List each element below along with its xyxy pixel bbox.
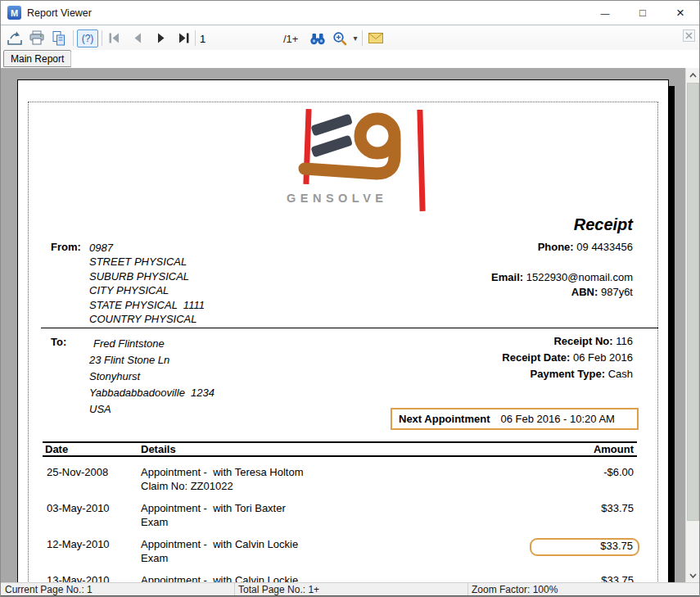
header-date: Date: [43, 443, 141, 455]
report-viewer-window: M Report Viewer — □ ×: [0, 0, 700, 597]
receipt-title: Receipt: [574, 215, 633, 234]
chevron-up-icon: [689, 73, 697, 78]
email-value: 1522930@nomail.com: [526, 271, 633, 283]
receipt-no-label: Receipt No:: [553, 335, 612, 347]
minimize-icon: —: [601, 8, 610, 18]
vertical-scrollbar[interactable]: [685, 68, 699, 582]
logo-wordmark: GENSOLVE: [287, 192, 388, 205]
close-current-view-button[interactable]: [683, 29, 695, 42]
to-line: USA: [89, 401, 215, 418]
current-page-input[interactable]: [200, 30, 278, 47]
window-title: Report Viewer: [27, 7, 92, 19]
maximize-icon: □: [639, 7, 646, 19]
toolbar-separator: [362, 30, 363, 46]
email-line: Email: 1522930@nomail.com: [491, 271, 633, 283]
status-separator: [467, 583, 468, 596]
to-line: Fred Flintstone: [89, 336, 215, 352]
receipt-no-line: Receipt No: 116: [502, 333, 633, 350]
tab-strip-separator: [70, 52, 71, 66]
maximize-button[interactable]: □: [624, 1, 662, 25]
from-line: 0987: [89, 241, 205, 255]
highlighted-amount-field[interactable]: $33.75: [530, 538, 639, 556]
section-divider: [41, 328, 658, 328]
payment-type-value: Cash: [608, 368, 633, 380]
status-separator: [234, 583, 235, 596]
next-page-button[interactable]: [153, 29, 169, 47]
to-label: To:: [51, 336, 66, 348]
export-button[interactable]: [6, 29, 24, 47]
row-amount: $33.75: [514, 502, 637, 529]
row-detail-main: Appointment - with Calvin Lockie: [141, 574, 514, 582]
go-to-last-page-icon: [178, 33, 190, 43]
scrollbar-thumb[interactable]: [687, 83, 699, 521]
zoom-button[interactable]: [332, 29, 348, 47]
payment-type-line: Payment Type: Cash: [502, 366, 633, 382]
receipt-date-value: 06 Feb 2016: [573, 351, 633, 364]
toolbar-separator: [102, 30, 102, 46]
row-amount: $33.75: [514, 574, 637, 582]
row-detail-main: Appointment - with Calvin Lockie: [141, 538, 514, 552]
scroll-up-button[interactable]: [686, 68, 699, 82]
from-line: SUBURB PHYSICAL: [89, 269, 205, 283]
email-icon: [368, 33, 383, 43]
last-page-button[interactable]: [175, 29, 192, 47]
status-total-page: Total Page No.: 1+: [238, 584, 319, 595]
go-to-first-page-icon: [108, 33, 120, 43]
tab-strip: Main Report: [1, 50, 699, 68]
export-icon: [7, 30, 23, 47]
phone-line: Phone: 09 4433456: [538, 241, 633, 253]
from-address: 0987 STREET PHYSICAL SUBURB PHYSICAL CIT…: [89, 241, 205, 326]
copy-icon: [51, 30, 67, 47]
table-row: 25-Nov-2008 Appointment - with Teresa Ho…: [43, 457, 637, 493]
previous-page-button[interactable]: [129, 29, 146, 47]
minimize-button[interactable]: —: [586, 1, 624, 25]
print-button[interactable]: [28, 29, 46, 47]
toggle-group-tree-button[interactable]: (?): [77, 29, 98, 47]
row-date: 03-May-2010: [43, 502, 141, 529]
tab-main-report[interactable]: Main Report: [3, 50, 71, 67]
to-address: Fred Flintstone 23 Flint Stone Ln Stonyh…: [89, 336, 215, 418]
abn-line: ABN: 987y6t: [571, 286, 633, 298]
email-button[interactable]: [367, 29, 385, 47]
scroll-down-button[interactable]: [686, 568, 699, 582]
receipt-date-label: Receipt Date:: [502, 351, 570, 364]
go-to-next-page-icon: [156, 33, 166, 43]
copy-button[interactable]: [50, 29, 68, 47]
table-header: Date Details Amount: [43, 441, 637, 457]
app-icon: M: [7, 6, 21, 20]
abn-value: 987y6t: [601, 286, 633, 298]
status-current-page: Current Page No.: 1: [5, 584, 93, 595]
from-line: COUNTRY PHYSICAL: [89, 312, 205, 326]
chevron-down-icon: ▾: [353, 34, 357, 43]
first-page-button[interactable]: [106, 29, 122, 47]
print-icon: [29, 30, 45, 46]
close-button[interactable]: ×: [662, 1, 699, 25]
total-pages-label: /1+: [283, 33, 298, 45]
receipt-info: Receipt No: 116 Receipt Date: 06 Feb 201…: [502, 333, 633, 382]
header-amount: Amount: [514, 443, 637, 455]
row-detail-main: Appointment - with Tori Baxter: [141, 502, 514, 516]
report-viewing-area: GENSOLVE Receipt Phone: 09 4433456 Email…: [1, 68, 699, 582]
row-date: 12-May-2010: [43, 538, 141, 565]
tab-label: Main Report: [11, 53, 64, 65]
row-details: Appointment - with Calvin Lockie: [141, 574, 514, 582]
chevron-down-icon: [689, 573, 697, 578]
row-detail-sub: Exam: [141, 516, 514, 530]
toolbar-separator: [195, 30, 196, 46]
email-label: Email:: [491, 271, 523, 283]
to-line: 23 Flint Stone Ln: [89, 352, 215, 369]
toolbar-separator: [73, 30, 74, 46]
find-button[interactable]: [309, 29, 327, 47]
row-date: 13-May-2010: [43, 574, 141, 582]
toolbar: (?) /1+: [1, 26, 699, 50]
from-line: STATE PHYSICAL 1111: [89, 298, 205, 312]
row-details: Appointment - with Teresa Holtom Claim N…: [141, 466, 514, 493]
zoom-dropdown-caret[interactable]: ▾: [350, 29, 360, 47]
receipt-date-line: Receipt Date: 06 Feb 2016: [502, 350, 633, 366]
find-text-icon: [309, 32, 326, 45]
row-amount: -$6.00: [514, 466, 637, 493]
row-amount-highlighted: $33.75: [514, 538, 637, 565]
abn-label: ABN:: [571, 286, 598, 298]
row-date: 25-Nov-2008: [43, 466, 141, 493]
row-details: Appointment - with Tori Baxter Exam: [141, 502, 514, 529]
